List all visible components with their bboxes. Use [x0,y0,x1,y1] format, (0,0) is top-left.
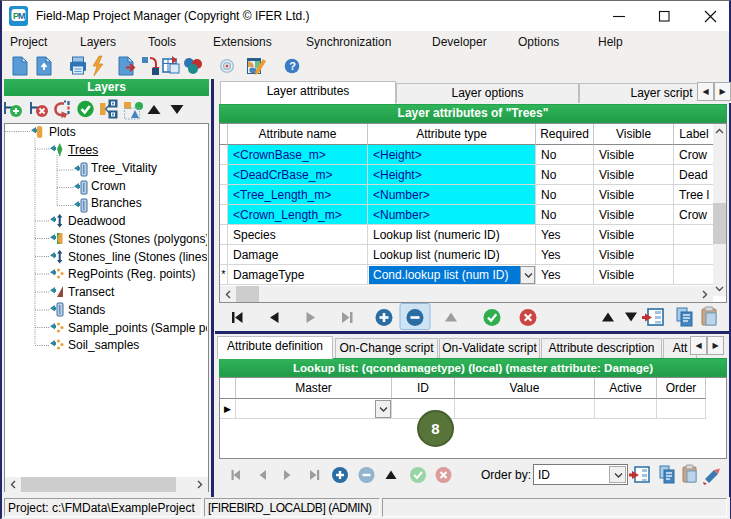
svg-text:?: ? [289,60,296,72]
